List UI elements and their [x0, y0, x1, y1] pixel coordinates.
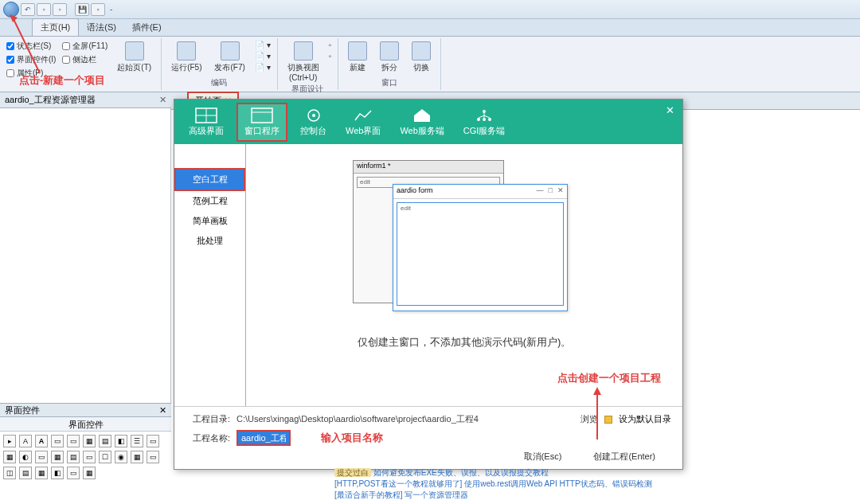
- browse-button[interactable]: 浏览: [580, 413, 598, 425]
- template-console[interactable]: 控制台: [294, 104, 333, 140]
- palette-item[interactable]: ◧: [51, 467, 64, 479]
- palette-item[interactable]: ▦: [83, 435, 96, 447]
- template-window[interactable]: 窗口程序: [236, 103, 287, 142]
- project-tree[interactable]: [0, 108, 171, 403]
- design-item[interactable]: ▫: [327, 40, 334, 50]
- svg-point-12: [488, 118, 491, 121]
- palette-item[interactable]: ◐: [19, 451, 32, 463]
- template-advanced[interactable]: 高级界面: [182, 104, 230, 140]
- template-preview: winform1 * edit aardio form—□✕ edit 仅创建主…: [246, 144, 682, 406]
- palette-item[interactable]: ▤: [67, 451, 80, 463]
- title-sep: -: [110, 5, 112, 14]
- footer-links: 提交过白 如何避免发布EXE失败、误报、以及误报提交教程 [HTTP,POST看…: [334, 467, 669, 501]
- template-web[interactable]: Web界面: [339, 104, 387, 140]
- chk-fullscreen[interactable]: 全屏(F11): [61, 40, 109, 53]
- split-icon: [380, 41, 399, 61]
- name-label: 工程名称:: [186, 432, 230, 444]
- close-icon[interactable]: ✕: [159, 405, 166, 416]
- btn-toggle-view[interactable]: 切换视图 (Ctrl+U): [283, 40, 324, 84]
- minimize-icon: —: [537, 186, 544, 197]
- qat-btn[interactable]: ▫: [53, 3, 67, 16]
- template-list: 空白工程 范例工程 简单画板 批处理: [174, 144, 246, 406]
- palette-item[interactable]: ▭: [147, 451, 159, 463]
- template-canvas[interactable]: 简单画板: [174, 211, 245, 231]
- dialog-body: 空白工程 范例工程 简单画板 批处理 winform1 * edit aardi…: [174, 144, 682, 406]
- qat-btn[interactable]: ▫: [91, 3, 105, 16]
- path-label: 工程目录:: [186, 413, 230, 425]
- tab-plugin[interactable]: 插件(E): [124, 19, 170, 36]
- encode-item[interactable]: 📄 ▾: [253, 51, 272, 61]
- palette-item[interactable]: ▦: [3, 451, 16, 463]
- titlebar: ↶ ▫ ▫ 💾 ▫ -: [0, 0, 860, 19]
- project-name-input[interactable]: [236, 430, 291, 446]
- window-icon: [251, 107, 273, 123]
- palette-item[interactable]: ☰: [131, 435, 143, 447]
- controls-panel-header: 界面控件 ✕: [0, 403, 171, 417]
- palette-label-icon[interactable]: A: [35, 435, 48, 447]
- qat-undo-icon[interactable]: ↶: [21, 3, 35, 16]
- template-blank[interactable]: 空白工程: [174, 168, 245, 191]
- tab-syntax[interactable]: 语法(S): [79, 19, 124, 36]
- palette-pointer-icon[interactable]: ▸: [3, 435, 16, 447]
- svg-point-10: [477, 118, 480, 121]
- btn-new-window[interactable]: 新建: [343, 40, 372, 75]
- default-dir-checkbox[interactable]: [604, 416, 612, 424]
- tab-home[interactable]: 主页(H): [32, 18, 79, 36]
- btn-switch[interactable]: 切换: [407, 40, 436, 75]
- palette-item[interactable]: ▤: [19, 467, 32, 479]
- palette-item[interactable]: ▦: [51, 451, 64, 463]
- annotation-text: 输入项目名称: [321, 431, 383, 445]
- btn-run[interactable]: 运行(F5): [166, 40, 206, 75]
- switch-icon: [412, 41, 431, 61]
- close-icon[interactable]: ✕: [666, 104, 674, 116]
- palette-item[interactable]: ☐: [99, 451, 111, 463]
- dialog-header: ✕ 高级界面 窗口程序 控制台 Web界面 Web服务端 CGI服务端: [174, 100, 682, 144]
- project-explorer-header: aardio_工程资源管理器 ✕: [0, 92, 171, 108]
- palette-item[interactable]: ▭: [147, 435, 159, 447]
- controls-palette: ▸ A A ▭ ▭ ▦ ▤ ◧ ☰ ▭ ▦ ◐ ▭ ▦ ▤ ▭ ☐ ◉ ▦ ▭ …: [0, 432, 171, 483]
- palette-item[interactable]: ▭: [35, 451, 48, 463]
- new-project-dialog: ✕ 高级界面 窗口程序 控制台 Web界面 Web服务端 CGI服务端 空白工程…: [174, 99, 683, 470]
- template-webserver[interactable]: Web服务端: [393, 104, 450, 140]
- chk-statusbar[interactable]: 状态栏(S): [5, 40, 57, 53]
- svg-point-8: [312, 114, 315, 117]
- palette-item[interactable]: ▭: [51, 435, 64, 447]
- palette-item[interactable]: ▤: [99, 435, 111, 447]
- palette-item[interactable]: ▭: [83, 451, 96, 463]
- encode-item[interactable]: 📄 ▾: [253, 62, 272, 72]
- design-item[interactable]: ▫: [327, 51, 334, 61]
- template-description: 仅创建主窗口，不添加其他演示代码(新用户)。: [358, 335, 572, 350]
- chk-controls[interactable]: 界面控件(I): [5, 53, 57, 66]
- qat-btn[interactable]: ▫: [37, 3, 51, 16]
- publish-icon: [221, 41, 240, 61]
- preview-front-window: aardio form—□✕ edit: [393, 184, 568, 311]
- palette-text-icon[interactable]: A: [19, 435, 32, 447]
- close-icon: ✕: [557, 186, 564, 197]
- view-icon: [294, 41, 313, 61]
- palette-item[interactable]: ◉: [115, 451, 127, 463]
- cancel-button[interactable]: 取消(Esc): [524, 451, 562, 463]
- ribbon-group: 新建 拆分 切换 窗口: [338, 38, 441, 90]
- app-orb-icon[interactable]: [3, 2, 19, 18]
- btn-split[interactable]: 拆分: [375, 40, 404, 75]
- encode-item[interactable]: 📄 ▾: [253, 40, 272, 50]
- btn-startpage[interactable]: 起始页(T): [112, 40, 156, 80]
- btn-publish[interactable]: 发布(F7): [209, 40, 249, 75]
- template-cgi[interactable]: CGI服务端: [457, 104, 512, 140]
- palette-item[interactable]: ▦: [131, 451, 143, 463]
- chk-props[interactable]: 属性(P): [5, 67, 57, 80]
- chk-sidebar[interactable]: 侧边栏: [61, 53, 109, 66]
- close-icon[interactable]: ✕: [159, 95, 166, 105]
- palette-item[interactable]: ◫: [3, 467, 16, 479]
- palette-item[interactable]: ◧: [115, 435, 127, 447]
- default-dir-label: 设为默认目录: [619, 413, 671, 425]
- palette-item[interactable]: ▭: [67, 435, 80, 447]
- grid-icon: [195, 107, 217, 123]
- palette-item[interactable]: ▦: [35, 467, 48, 479]
- palette-item[interactable]: ▭: [67, 467, 80, 479]
- palette-item[interactable]: ▦: [83, 467, 96, 479]
- template-batch[interactable]: 批处理: [174, 231, 245, 251]
- qat-save-icon[interactable]: 💾: [75, 3, 89, 16]
- template-sample[interactable]: 范例工程: [174, 191, 245, 211]
- create-button[interactable]: 创建工程(Enter): [593, 451, 655, 463]
